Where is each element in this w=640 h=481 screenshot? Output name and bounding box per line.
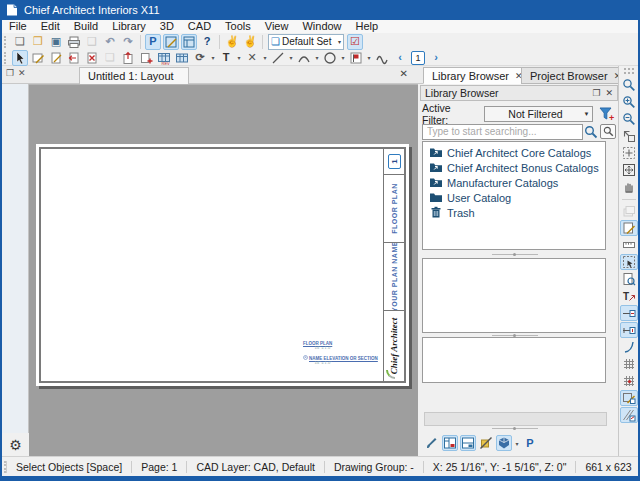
zoom-out-icon[interactable] xyxy=(620,111,638,127)
tab-project-browser[interactable]: Project Browser ✕ xyxy=(521,67,630,84)
close-panel-icon[interactable]: ✕ xyxy=(18,68,26,78)
search-input[interactable] xyxy=(422,124,583,140)
arc-tool-icon[interactable] xyxy=(296,50,312,66)
close-tab-icon[interactable]: ✕ xyxy=(400,68,408,79)
revision-table-icon[interactable]: REV xyxy=(156,50,172,66)
chevron-left-icon[interactable]: ‹ xyxy=(392,50,408,66)
menu-edit[interactable]: Edit xyxy=(34,20,67,33)
page-delete-icon[interactable] xyxy=(84,50,100,66)
hand-edit-tool-icon[interactable]: ✌ xyxy=(242,34,258,50)
annotation-name-elevation-or-section[interactable]: NAME ELEVATION OR SECTION1/4" = 1'-0" xyxy=(303,355,393,365)
page-number-box[interactable]: 1 xyxy=(411,51,425,65)
menu-view[interactable]: View xyxy=(258,20,296,33)
ruler-icon[interactable] xyxy=(620,237,638,253)
menu-help[interactable]: Help xyxy=(349,20,386,33)
print-icon[interactable] xyxy=(66,34,82,50)
toolbar-set-dropdown[interactable]: ❏Default Set▾ xyxy=(268,34,344,50)
menu-tools[interactable]: Tools xyxy=(218,20,258,33)
edit-area-icon[interactable] xyxy=(620,390,638,406)
menu-3d[interactable]: 3D xyxy=(153,20,181,33)
zoom-previous-icon[interactable] xyxy=(620,128,638,144)
spline-tool-icon[interactable] xyxy=(374,50,390,66)
hand-tool-icon[interactable]: ✌ xyxy=(224,34,240,50)
chevron-right-icon[interactable]: › xyxy=(428,50,444,66)
text-tool-dropdown[interactable]: ▾ xyxy=(235,50,243,66)
page-add-icon[interactable] xyxy=(138,50,154,66)
line-tool-icon[interactable] xyxy=(270,50,286,66)
library-browser-toggle-icon[interactable] xyxy=(181,34,197,50)
fill-window-dashed-icon[interactable] xyxy=(620,145,638,161)
toolbar-grip[interactable] xyxy=(624,68,634,74)
layout-canvas[interactable]: 1 FLOOR PLAN YOUR PLAN NAME Chief Archit… xyxy=(29,84,418,456)
text-arrow-icon[interactable]: T xyxy=(620,288,638,304)
panel-preview-toggle-icon[interactable] xyxy=(460,435,476,451)
tree-item-manufacturer-catalogs[interactable]: Manufacturer Catalogs xyxy=(429,175,605,190)
rotate-view-icon[interactable]: ⟳ xyxy=(192,50,208,66)
menu-file[interactable]: File xyxy=(2,20,34,33)
float-panel-icon[interactable]: ❐ xyxy=(6,68,14,78)
open-file-icon[interactable]: ❒ xyxy=(30,34,46,50)
zoom-in-icon[interactable] xyxy=(620,94,638,110)
help-icon[interactable]: ? xyxy=(199,34,215,50)
paint-brush-icon[interactable] xyxy=(424,435,440,451)
tab-untitled-layout[interactable]: Untitled 1: Layout xyxy=(79,67,189,84)
cross-marker-icon[interactable]: ✕ xyxy=(244,50,260,66)
search-icon[interactable] xyxy=(583,125,599,139)
circle-tool-icon[interactable] xyxy=(322,50,338,66)
no-3d-preview-icon[interactable] xyxy=(478,435,494,451)
arc-spline-icon[interactable] xyxy=(620,339,638,355)
title-bar[interactable]: Chief Architect Interiors X11 xyxy=(0,0,640,20)
cross-marker-dropdown[interactable]: ▾ xyxy=(261,50,269,66)
new-file-icon[interactable]: ❏ xyxy=(12,34,28,50)
select-box-icon[interactable] xyxy=(620,254,638,270)
start-marker-icon[interactable] xyxy=(620,305,638,321)
undo-icon[interactable]: ↶ xyxy=(102,34,118,50)
add-filter-button[interactable]: + xyxy=(596,105,616,122)
tree-item-user-catalog[interactable]: User Catalog xyxy=(429,190,605,205)
save-icon[interactable]: ▣ xyxy=(48,34,64,50)
plan-preview-icon[interactable]: P xyxy=(522,435,538,451)
grid-display-icon[interactable] xyxy=(620,356,638,372)
pane-splitter[interactable] xyxy=(490,426,540,430)
fill-window-icon[interactable] xyxy=(620,162,638,178)
float-panel-icon[interactable]: ❐ xyxy=(592,88,600,98)
object-box-dropdown[interactable]: ▾ xyxy=(513,435,521,451)
toolbar-grip[interactable] xyxy=(4,36,9,48)
rotate-view-dropdown[interactable]: ▾ xyxy=(209,50,217,66)
annotation-floor-plan[interactable]: FLOOR PLAN1/4" = 1'-0" xyxy=(303,341,393,350)
object-box-icon[interactable] xyxy=(496,435,512,451)
redo-icon[interactable]: ↷ xyxy=(120,34,136,50)
marker-flag-dropdown[interactable]: ▾ xyxy=(365,50,373,66)
arc-tool-dropdown[interactable]: ▾ xyxy=(313,50,321,66)
snap-grid-icon[interactable] xyxy=(620,373,638,389)
text-tool-icon[interactable]: T xyxy=(218,50,234,66)
pane-splitter[interactable] xyxy=(490,252,540,256)
page-preview-icon[interactable] xyxy=(620,271,638,287)
layout-page[interactable]: 1 FLOOR PLAN YOUR PLAN NAME Chief Archit… xyxy=(36,144,409,386)
page-export-icon[interactable] xyxy=(120,50,136,66)
line-tool-dropdown[interactable]: ▾ xyxy=(287,50,295,66)
layout-page-edit-icon[interactable] xyxy=(48,50,64,66)
end-marker-icon[interactable] xyxy=(620,322,638,338)
filter-dropdown[interactable]: Not Filtered ▼ xyxy=(484,106,594,122)
section-lines-icon[interactable] xyxy=(620,407,638,423)
tree-item-trash[interactable]: Trash xyxy=(429,205,605,220)
menu-library[interactable]: Library xyxy=(105,20,153,33)
menu-cad[interactable]: CAD xyxy=(181,20,218,33)
marker-flag-icon[interactable] xyxy=(348,50,364,66)
plan-database-icon[interactable]: P xyxy=(145,34,161,50)
titleblock-page-number[interactable]: 1 xyxy=(384,149,404,175)
advanced-search-button[interactable] xyxy=(600,124,616,139)
toolbar-grip[interactable] xyxy=(4,52,9,64)
edit-page-icon[interactable] xyxy=(620,220,638,236)
titleblock-sheet-label[interactable]: FLOOR PLAN xyxy=(384,175,404,243)
select-arrow-icon[interactable] xyxy=(12,50,28,66)
tree-item-chief-architect-core-catalogs[interactable]: Chief Architect Core Catalogs xyxy=(429,145,605,160)
cad-pencil-icon[interactable] xyxy=(30,50,46,66)
library-panel-header[interactable]: Library Browser ❐ ✕ xyxy=(420,85,618,101)
panel-tree-toggle-icon[interactable] xyxy=(442,435,458,451)
circle-tool-dropdown[interactable]: ▾ xyxy=(339,50,347,66)
edit-active-view-icon[interactable] xyxy=(163,34,179,50)
active-defaults-check-icon[interactable]: ☑ xyxy=(347,34,363,50)
pan-window-icon[interactable] xyxy=(620,179,638,195)
